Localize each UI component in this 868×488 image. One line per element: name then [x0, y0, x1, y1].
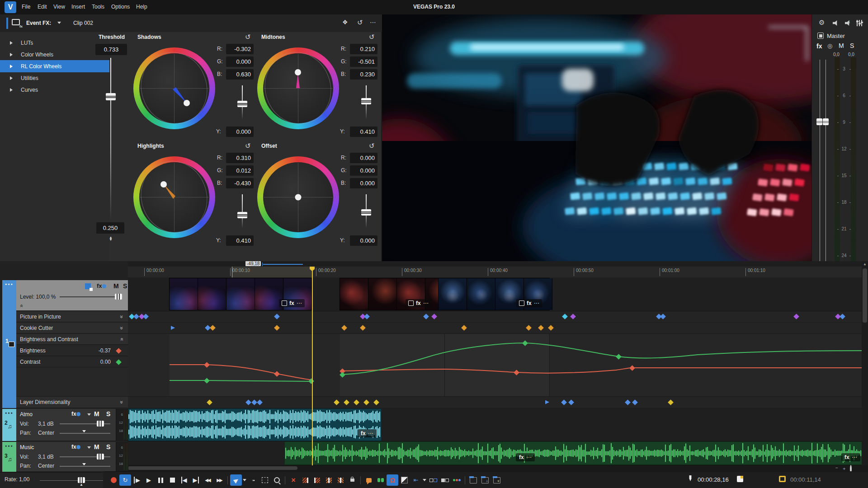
midtones-g-value[interactable]: -0.501 — [350, 56, 377, 67]
event-more-button[interactable]: ⋯ — [852, 454, 857, 460]
fx-list-item-curves[interactable]: Curves — [0, 84, 109, 96]
contrast-value[interactable]: 0.00 — [100, 359, 111, 365]
audio-event-music[interactable] — [285, 442, 868, 465]
offset-r-value[interactable]: 0.000 — [350, 153, 377, 163]
insert-region-button[interactable] — [375, 474, 387, 486]
keyframe-diamond[interactable] — [364, 314, 370, 319]
tool-dropdown-icon[interactable] — [243, 479, 246, 481]
master-fader-handle[interactable] — [816, 118, 822, 125]
keyframe-diamond[interactable] — [431, 314, 437, 319]
keyframe-diamond[interactable] — [207, 399, 212, 405]
master-fader-track[interactable] — [820, 60, 820, 290]
keyframe-diamond[interactable] — [461, 325, 467, 331]
highlights-y-handle[interactable] — [237, 212, 247, 218]
highlights-y-slider[interactable] — [242, 194, 243, 229]
record-button[interactable] — [108, 474, 119, 486]
fx-list-item-utilities[interactable]: Utilities — [0, 72, 109, 84]
level-slider-handle[interactable] — [115, 294, 122, 300]
lock-envelopes-button[interactable] — [427, 474, 439, 486]
keyframe-diamond[interactable] — [257, 399, 263, 405]
zoom-out-icon[interactable]: − — [835, 465, 838, 470]
midtones-b-value[interactable]: 0.230 — [350, 69, 377, 80]
highlights-g-value[interactable]: 0.012 — [226, 165, 254, 176]
track-name[interactable]: Music — [20, 444, 34, 450]
level-slider-track[interactable] — [60, 296, 118, 297]
track-menu-icon[interactable]: ●●● — [5, 444, 14, 447]
keyframe-diamond[interactable] — [561, 399, 567, 405]
track-mute-button[interactable]: M — [94, 410, 99, 418]
master-solo-button[interactable]: S — [850, 42, 854, 49]
threshold-spinner-icon[interactable]: ▲▼ — [108, 236, 114, 241]
pan-slider-handle[interactable] — [82, 430, 86, 432]
keyframe-diamond[interactable] — [354, 399, 359, 405]
keyframe-diamond[interactable] — [660, 314, 666, 319]
split-trim-start-button[interactable] — [323, 474, 335, 486]
keyframe-diamond[interactable] — [545, 400, 549, 404]
keyframe-diamond[interactable] — [570, 314, 576, 319]
event-fx-button[interactable]: fx — [289, 300, 294, 306]
highlights-r-value[interactable]: 0.310 — [226, 153, 254, 163]
keyframe-diamond[interactable] — [143, 314, 149, 319]
fx-list-item-color-wheels[interactable]: Color Wheels — [0, 48, 109, 61]
ignore-grouping-button[interactable] — [439, 474, 451, 486]
keyframe-diamond[interactable] — [344, 399, 349, 405]
event-buttons[interactable]: fx⋯ — [516, 299, 542, 307]
param-row-brightness[interactable]: Brightness -0.37 — [16, 345, 128, 356]
master-fader-handle[interactable] — [823, 118, 829, 125]
track-solo-button[interactable]: S — [106, 410, 110, 418]
offset-color-wheel[interactable] — [257, 156, 339, 238]
shadows-y-handle[interactable] — [237, 101, 247, 107]
plugin-chain-icon[interactable]: ❖ — [342, 19, 348, 26]
playhead-cursor[interactable] — [312, 267, 313, 465]
trim-end-button[interactable] — [311, 474, 323, 486]
lock-button[interactable] — [346, 474, 358, 486]
pan-value[interactable]: Center — [38, 430, 54, 436]
shadows-b-value[interactable]: 0.630 — [226, 69, 254, 80]
keyframe-diamond[interactable] — [363, 399, 369, 405]
track-solo-button[interactable]: S — [123, 282, 127, 290]
offset-y-handle[interactable] — [361, 209, 371, 216]
plugin-chain-icon[interactable]: ◎ — [827, 42, 832, 49]
track-fx-button[interactable]: fx — [97, 282, 106, 289]
event-fx-button[interactable]: fx — [416, 300, 421, 306]
track-name[interactable]: Atmo — [20, 411, 33, 418]
track-fx-button[interactable]: fx — [71, 411, 80, 417]
keyframe-lane-cookie-cutter[interactable] — [128, 323, 868, 334]
brightness-keyframe-diamond[interactable] — [116, 348, 122, 354]
midtones-reset-icon[interactable]: ↺ — [369, 33, 375, 41]
hscrollbar-thumb[interactable] — [128, 466, 297, 470]
selection-timecode[interactable]: 00:00:11,14 — [790, 476, 821, 483]
keyframe-diamond[interactable] — [133, 314, 139, 319]
track-fx-button[interactable]: fx — [71, 444, 80, 450]
preview-device-icon[interactable] — [833, 20, 840, 26]
master-fx-button[interactable]: fx — [816, 42, 822, 50]
mixer-icon[interactable] — [857, 20, 863, 26]
track-menu-icon[interactable]: ●●● — [5, 411, 14, 414]
pause-button[interactable] — [155, 474, 166, 486]
master-checkbox-icon[interactable] — [817, 33, 824, 39]
highlights-b-value[interactable]: -0.430 — [226, 178, 254, 188]
contrast-keyframe-diamond[interactable] — [116, 359, 122, 365]
vol-value[interactable]: 3,1 dB — [38, 421, 54, 427]
split-trim-end-button[interactable] — [335, 474, 346, 486]
event-more-button[interactable]: ⋯ — [526, 454, 532, 460]
event-fx-button[interactable]: fx — [519, 454, 524, 460]
keyframe-diamond[interactable] — [793, 314, 799, 319]
expand-icon[interactable]: » — [119, 401, 125, 404]
music-track-strip[interactable]: ●●● 3 ♫ — [2, 442, 16, 472]
pan-slider-track[interactable] — [60, 433, 110, 434]
music-track-header[interactable]: Music fx M S Vol: 3,1 dB Pan: Center — [16, 442, 116, 472]
audio-event-atmo[interactable] — [128, 409, 381, 441]
event-buttons[interactable]: fx⋯ — [516, 453, 535, 461]
shadows-reset-icon[interactable]: ↺ — [245, 33, 251, 41]
fx-list-item-rl-color-wheels[interactable]: RL Color Wheels — [0, 60, 109, 72]
plugin-row-layer-dimensionality[interactable]: Layer Dimensionality » — [16, 397, 128, 408]
zoom-tool-button[interactable] — [271, 474, 283, 486]
auto-ripple-button[interactable]: ⇤ — [410, 474, 422, 486]
chevron-down-icon[interactable] — [57, 22, 61, 24]
music-track-lane[interactable]: fx⋯ fx⋯ — [128, 441, 868, 465]
event-more-button[interactable]: ⋯ — [423, 300, 429, 306]
ripple-dropdown-icon[interactable] — [423, 479, 426, 481]
add-track-button[interactable]: + — [491, 474, 503, 486]
envelope-tool-button[interactable]: ▫▪ — [247, 474, 259, 486]
